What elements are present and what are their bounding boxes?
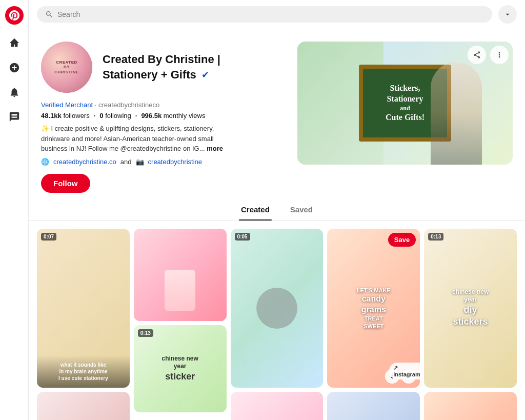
sidebar-item-home[interactable] [4,33,25,53]
pin-duration-badge: 0:13 [428,233,443,241]
list-item[interactable]: MICKEY D'S [37,392,130,421]
more-options-button[interactable] [490,46,509,64]
verified-badge: ✔ [201,69,209,81]
profile-name2: Stationery + Gifts [103,68,196,82]
sidebar-item-messages[interactable] [4,107,25,127]
cover-actions [468,46,509,64]
list-item[interactable]: LOCAL COFFEE SHOP [327,392,420,421]
pin-text: what it sounds likein my brain anytimeI … [37,355,130,388]
follow-button[interactable]: Follow [41,174,90,193]
topbar [29,0,525,29]
avatar: createdbychristine [41,42,92,93]
search-input[interactable] [57,10,484,18]
profile-links: 🌐 createdbychristine.co and 📷 createdbyc… [41,158,202,166]
sidebar-item-create[interactable] [4,57,25,78]
instagram-link[interactable]: createdbychristine [148,158,203,166]
list-item[interactable]: 0:05 [231,229,324,388]
sidebar [0,0,29,420]
search-icon [45,10,53,18]
website-link[interactable]: createdbychristine.co [53,158,116,166]
pinterest-logo[interactable] [5,6,24,25]
list-item[interactable]: SCHOOL [231,392,324,421]
pin-text: chinese new yeardiy stickers [447,288,493,328]
profile-name-block: Created By Christine | Stationery + Gift… [103,53,281,82]
followers-count: 48.1kk followers [41,112,90,119]
profile-bio: ✨ I create positive & uplifting designs,… [41,124,236,154]
profile-stats: 48.1kk followers · 0 following · 996.5k … [41,112,205,119]
profile-cover-image: Stickers, Stationery and Cute Gifts! [297,42,513,165]
profile-username: createdbychristineco [98,101,159,109]
avatar-image: createdbychristine [41,42,92,93]
list-item[interactable]: THE GYM [424,392,517,421]
profile-tabs: Created Saved [29,193,525,221]
tab-saved[interactable]: Saved [288,201,315,220]
tab-created[interactable]: Created [239,201,272,220]
pin-duration-badge: 0:13 [138,329,153,337]
pin-source: ↗ instagram.c... [389,363,420,379]
profile-section: createdbychristine Created By Christine … [29,29,525,193]
main-content: createdbychristine Created By Christine … [29,0,525,420]
list-item[interactable] [134,229,227,321]
list-item[interactable]: 0:13 chinese new yeardiy stickers [424,229,517,388]
pin-actions: ↗ instagram.c... ⬇ ••• [385,369,416,384]
pin-grid: 0:07 what it sounds likein my brain anyt… [29,221,525,421]
pin-text: chinese new yearsticker [157,354,203,383]
list-item[interactable]: 0:13 chinese new yearsticker [134,325,227,412]
more-icon [495,51,503,59]
share-icon [473,51,481,59]
verified-merchant-link[interactable]: Verified Merchant [41,101,93,109]
chalkboard-text: Stickers, Stationery and Cute Gifts! [386,83,425,123]
list-item[interactable]: 0:07 what it sounds likein my brain anyt… [37,229,130,388]
profile-info: createdbychristine Created By Christine … [41,42,281,193]
account-chevron[interactable] [498,5,517,24]
profile-name: Created By Christine | [103,53,220,66]
following-count: 0 following [99,112,131,119]
monthly-views: 996.5k monthly views [141,112,205,119]
share-button[interactable] [468,46,486,64]
search-bar[interactable] [37,6,492,23]
bio-more-link[interactable]: more [207,145,223,152]
list-item[interactable]: Save LET'S MAKEcandy gramsTREATSWEET ↗ i… [327,229,420,388]
pin-duration-badge: 0:07 [41,233,56,241]
profile-handle: Verified Merchant · createdbychristineco [41,101,159,109]
pin-text: LET'S MAKEcandy gramsTREATSWEET [351,286,397,329]
profile-avatar-row: createdbychristine Created By Christine … [41,42,281,93]
sidebar-item-notifications[interactable] [4,82,25,103]
save-button[interactable]: Save [388,233,416,247]
chevron-down-icon [503,10,512,18]
